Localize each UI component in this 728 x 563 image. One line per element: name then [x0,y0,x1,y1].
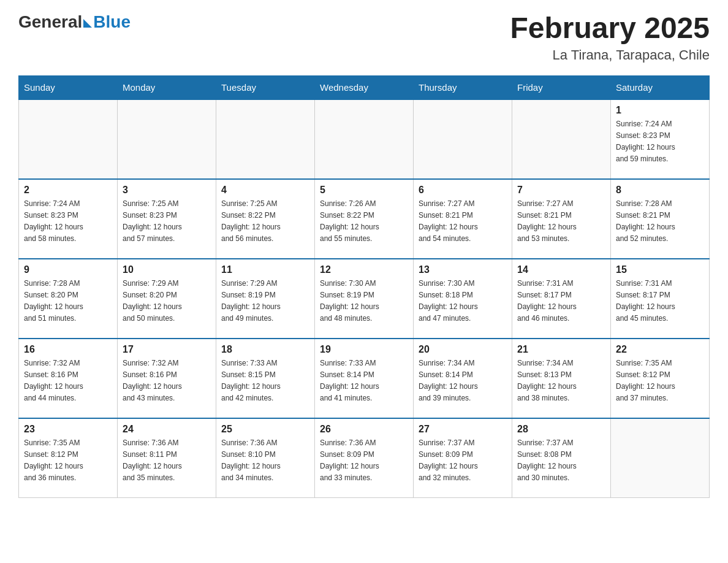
calendar-cell: 7Sunrise: 7:27 AMSunset: 8:21 PMDaylight… [512,179,611,259]
day-number: 10 [123,264,211,275]
day-info: Sunrise: 7:34 AMSunset: 8:14 PMDaylight:… [419,358,507,405]
calendar-cell: 27Sunrise: 7:37 AMSunset: 8:09 PMDayligh… [414,418,512,498]
day-number: 28 [517,424,605,435]
day-info: Sunrise: 7:26 AMSunset: 8:22 PMDaylight:… [320,198,408,245]
day-header-sunday: Sunday [19,75,118,99]
calendar-cell: 23Sunrise: 7:35 AMSunset: 8:12 PMDayligh… [19,418,118,498]
week-row-1: 1Sunrise: 7:24 AMSunset: 8:23 PMDaylight… [19,99,710,179]
calendar-cell: 1Sunrise: 7:24 AMSunset: 8:23 PMDaylight… [611,99,710,179]
day-info: Sunrise: 7:35 AMSunset: 8:12 PMDaylight:… [24,437,112,484]
day-number: 11 [221,264,309,275]
day-number: 15 [616,264,704,275]
calendar-cell: 5Sunrise: 7:26 AMSunset: 8:22 PMDaylight… [315,179,414,259]
day-info: Sunrise: 7:31 AMSunset: 8:17 PMDaylight:… [616,278,704,325]
day-number: 25 [221,424,309,435]
week-row-2: 2Sunrise: 7:24 AMSunset: 8:23 PMDaylight… [19,179,710,259]
calendar-cell [512,99,611,179]
day-number: 1 [616,105,704,116]
day-number: 21 [517,344,605,355]
day-number: 20 [419,344,507,355]
day-number: 8 [616,185,704,196]
calendar-cell [414,99,512,179]
day-info: Sunrise: 7:32 AMSunset: 8:16 PMDaylight:… [123,358,211,405]
calendar-cell: 20Sunrise: 7:34 AMSunset: 8:14 PMDayligh… [414,339,512,418]
calendar-cell: 28Sunrise: 7:37 AMSunset: 8:08 PMDayligh… [512,418,611,498]
calendar-cell: 4Sunrise: 7:25 AMSunset: 8:22 PMDaylight… [216,179,315,259]
calendar-cell: 25Sunrise: 7:36 AMSunset: 8:10 PMDayligh… [216,418,315,498]
day-number: 14 [517,264,605,275]
day-header-wednesday: Wednesday [315,75,414,99]
week-row-4: 16Sunrise: 7:32 AMSunset: 8:16 PMDayligh… [19,339,710,418]
day-info: Sunrise: 7:33 AMSunset: 8:14 PMDaylight:… [320,358,408,405]
day-number: 17 [123,344,211,355]
week-row-3: 9Sunrise: 7:28 AMSunset: 8:20 PMDaylight… [19,259,710,339]
calendar-cell: 9Sunrise: 7:28 AMSunset: 8:20 PMDaylight… [19,259,118,339]
calendar-cell: 17Sunrise: 7:32 AMSunset: 8:16 PMDayligh… [118,339,216,418]
calendar-cell: 18Sunrise: 7:33 AMSunset: 8:15 PMDayligh… [216,339,315,418]
day-number: 26 [320,424,408,435]
calendar-header-row: SundayMondayTuesdayWednesdayThursdayFrid… [19,75,710,99]
day-info: Sunrise: 7:34 AMSunset: 8:13 PMDaylight:… [517,358,605,405]
calendar-cell [19,99,118,179]
calendar-cell [611,418,710,498]
day-number: 9 [24,264,112,275]
calendar-cell: 13Sunrise: 7:30 AMSunset: 8:18 PMDayligh… [414,259,512,339]
calendar-cell: 16Sunrise: 7:32 AMSunset: 8:16 PMDayligh… [19,339,118,418]
calendar-cell: 12Sunrise: 7:30 AMSunset: 8:19 PMDayligh… [315,259,414,339]
day-info: Sunrise: 7:24 AMSunset: 8:23 PMDaylight:… [24,198,112,245]
page-header: General Blue February 2025 La Tirana, Ta… [18,12,710,63]
day-info: Sunrise: 7:32 AMSunset: 8:16 PMDaylight:… [24,358,112,405]
day-info: Sunrise: 7:37 AMSunset: 8:09 PMDaylight:… [419,437,507,484]
day-info: Sunrise: 7:27 AMSunset: 8:21 PMDaylight:… [419,198,507,245]
day-number: 13 [419,264,507,275]
day-number: 2 [24,185,112,196]
calendar-cell: 21Sunrise: 7:34 AMSunset: 8:13 PMDayligh… [512,339,611,418]
day-number: 3 [123,185,211,196]
logo-blue-text: Blue [93,12,131,32]
day-header-tuesday: Tuesday [216,75,315,99]
day-number: 18 [221,344,309,355]
day-info: Sunrise: 7:37 AMSunset: 8:08 PMDaylight:… [517,437,605,484]
day-number: 19 [320,344,408,355]
calendar-cell: 14Sunrise: 7:31 AMSunset: 8:17 PMDayligh… [512,259,611,339]
day-info: Sunrise: 7:29 AMSunset: 8:19 PMDaylight:… [221,278,309,325]
calendar-cell: 6Sunrise: 7:27 AMSunset: 8:21 PMDaylight… [414,179,512,259]
logo: General Blue [18,12,131,32]
day-info: Sunrise: 7:36 AMSunset: 8:10 PMDaylight:… [221,437,309,484]
calendar-cell: 10Sunrise: 7:29 AMSunset: 8:20 PMDayligh… [118,259,216,339]
month-title: February 2025 [510,12,710,45]
day-info: Sunrise: 7:25 AMSunset: 8:23 PMDaylight:… [123,198,211,245]
day-number: 7 [517,185,605,196]
calendar-cell [315,99,414,179]
calendar-cell: 11Sunrise: 7:29 AMSunset: 8:19 PMDayligh… [216,259,315,339]
day-info: Sunrise: 7:27 AMSunset: 8:21 PMDaylight:… [517,198,605,245]
day-number: 6 [419,185,507,196]
day-number: 16 [24,344,112,355]
day-number: 12 [320,264,408,275]
day-header-monday: Monday [118,75,216,99]
day-header-friday: Friday [512,75,611,99]
day-number: 5 [320,185,408,196]
calendar-cell: 22Sunrise: 7:35 AMSunset: 8:12 PMDayligh… [611,339,710,418]
day-info: Sunrise: 7:36 AMSunset: 8:09 PMDaylight:… [320,437,408,484]
calendar-cell: 2Sunrise: 7:24 AMSunset: 8:23 PMDaylight… [19,179,118,259]
day-header-thursday: Thursday [414,75,512,99]
title-section: February 2025 La Tirana, Tarapaca, Chile [510,12,710,63]
calendar-cell: 15Sunrise: 7:31 AMSunset: 8:17 PMDayligh… [611,259,710,339]
calendar-cell [216,99,315,179]
day-number: 4 [221,185,309,196]
day-info: Sunrise: 7:31 AMSunset: 8:17 PMDaylight:… [517,278,605,325]
calendar-cell: 8Sunrise: 7:28 AMSunset: 8:21 PMDaylight… [611,179,710,259]
day-info: Sunrise: 7:30 AMSunset: 8:18 PMDaylight:… [419,278,507,325]
day-info: Sunrise: 7:28 AMSunset: 8:20 PMDaylight:… [24,278,112,325]
calendar-cell: 19Sunrise: 7:33 AMSunset: 8:14 PMDayligh… [315,339,414,418]
calendar-cell [118,99,216,179]
day-header-saturday: Saturday [611,75,710,99]
day-number: 27 [419,424,507,435]
location-title: La Tirana, Tarapaca, Chile [510,47,710,63]
day-info: Sunrise: 7:25 AMSunset: 8:22 PMDaylight:… [221,198,309,245]
calendar-cell: 3Sunrise: 7:25 AMSunset: 8:23 PMDaylight… [118,179,216,259]
week-row-5: 23Sunrise: 7:35 AMSunset: 8:12 PMDayligh… [19,418,710,498]
logo-general-text: General [18,12,82,32]
day-number: 24 [123,424,211,435]
